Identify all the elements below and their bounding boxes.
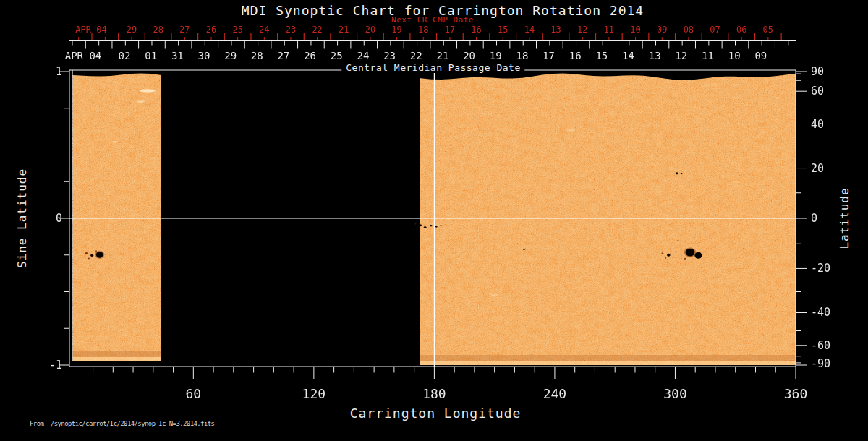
sunspot xyxy=(677,240,678,241)
cmp-tick-label: 15 xyxy=(595,50,608,61)
sunspot xyxy=(418,224,422,226)
sunspot xyxy=(85,252,88,254)
mdi-synoptic-chart: APR 042928272625242322212019181716151413… xyxy=(0,0,868,441)
cmp-tick-label: 30 xyxy=(198,50,210,61)
segment-light-band xyxy=(420,361,796,365)
sunspot xyxy=(435,226,438,227)
sunspot xyxy=(90,254,93,257)
lon-tick-label: 180 xyxy=(422,386,446,401)
lat-tick-label: 20 xyxy=(811,162,824,175)
cmp-tick-label: 10 xyxy=(728,50,741,61)
lat-tick-label: -40 xyxy=(811,306,830,319)
cmp-tick-label: 23 xyxy=(383,50,396,61)
next-cr-tick-label: 15 xyxy=(498,25,508,35)
next-cr-tick-label: 22 xyxy=(312,25,322,35)
lon-tick-label: 120 xyxy=(302,386,326,401)
cmp-tick-label: 12 xyxy=(675,50,687,61)
sunspot xyxy=(430,225,432,226)
lon-tick-label: 240 xyxy=(543,386,567,401)
next-cr-tick-label: 18 xyxy=(418,25,428,35)
cmp-tick-label: 22 xyxy=(410,50,422,61)
sunspot xyxy=(96,252,103,258)
cmp-tick-label: 21 xyxy=(436,50,448,61)
bright-patch xyxy=(112,141,118,143)
lat-tick-label: -90 xyxy=(811,357,830,370)
sine-lat-tick-label: -1 xyxy=(49,359,62,372)
sunspot xyxy=(694,252,702,259)
next-cr-tick-label: 08 xyxy=(684,25,694,35)
cmp-tick-label: 11 xyxy=(702,50,714,61)
next-cr-tick-label: 14 xyxy=(524,25,535,35)
lat-tick-label: 90 xyxy=(811,65,824,78)
cmp-tick-label: 17 xyxy=(542,50,555,61)
next-cr-tick-label: 23 xyxy=(286,25,296,35)
bright-patch xyxy=(137,100,145,103)
cmp-tick-label: 16 xyxy=(569,50,582,61)
bright-patch xyxy=(732,181,739,183)
source-file-note: From /synoptic/carrot/Ic/2014/synop_Ic_N… xyxy=(30,420,214,427)
next-cr-tick-label: 19 xyxy=(391,25,401,35)
lon-tick-label: 300 xyxy=(663,386,687,401)
latitude-axis-title: Latitude xyxy=(838,187,851,249)
sunspot xyxy=(95,250,97,252)
lat-tick-label: 0 xyxy=(811,212,817,225)
segment-dark-band xyxy=(420,355,796,361)
cmp-axis-title: Central Meridian Passage Date xyxy=(341,62,524,73)
next-cr-tick-label: 16 xyxy=(471,25,481,35)
sunspot xyxy=(523,249,524,250)
sunspot xyxy=(88,257,90,259)
cmp-tick-label: 18 xyxy=(516,50,528,61)
sunspot xyxy=(681,173,683,174)
bright-patch xyxy=(566,129,575,132)
sunspot xyxy=(686,249,695,257)
next-cr-tick-label: 29 xyxy=(127,25,137,35)
lon-tick-label: 60 xyxy=(185,386,201,401)
sunspot xyxy=(667,254,671,257)
segment-texture-fine xyxy=(73,70,161,361)
bright-patch xyxy=(491,294,498,296)
lat-tick-label: 60 xyxy=(811,85,824,98)
cmp-tick-label: 26 xyxy=(304,50,316,61)
sunspot xyxy=(665,257,666,259)
segment-texture-fine xyxy=(420,70,796,365)
bright-patch xyxy=(139,89,155,92)
cmp-tick-label: 19 xyxy=(490,50,502,61)
next-cr-tick-label: 07 xyxy=(710,25,720,35)
sine-lat-tick-label: 1 xyxy=(56,65,62,78)
lat-tick-label: 40 xyxy=(811,118,824,131)
next-cr-axis-title: Next CR CMP Date xyxy=(391,15,474,25)
sunspot xyxy=(684,258,686,260)
next-cr-tick-label: 13 xyxy=(550,25,561,35)
next-cr-tick-label: 09 xyxy=(657,25,667,35)
sine-latitude-axis-title: Sine Latitude xyxy=(15,168,29,268)
next-cr-tick-label: 17 xyxy=(445,25,455,35)
cmp-tick-label: 01 xyxy=(145,50,157,61)
lat-tick-label: -60 xyxy=(811,339,830,352)
cmp-tick-label: 25 xyxy=(331,50,343,61)
sunspot xyxy=(424,226,427,228)
sunspot xyxy=(676,172,678,174)
sunspot xyxy=(440,225,441,226)
cmp-tick-label: 28 xyxy=(251,50,263,61)
cmp-tick-label: 02 xyxy=(119,50,131,61)
cmp-tick-label: 24 xyxy=(357,50,370,61)
cmp-tick-label: 27 xyxy=(278,50,290,61)
next-cr-tick-label: 05 xyxy=(763,25,773,35)
longitude-axis-title: Carrington Longitude xyxy=(350,406,522,421)
next-cr-tick-label: 10 xyxy=(630,25,640,35)
segment-light-band xyxy=(73,357,161,361)
next-cr-tick-label: 26 xyxy=(206,25,216,35)
next-cr-tick-label: 25 xyxy=(232,25,242,35)
next-cr-tick-label: 28 xyxy=(153,25,163,35)
next-cr-tick-label: 11 xyxy=(604,25,614,35)
lat-tick-label: -20 xyxy=(811,262,830,275)
segment-dark-band xyxy=(73,351,161,357)
cmp-tick-label: 20 xyxy=(463,50,475,61)
next-cr-tick-label: 27 xyxy=(179,25,190,35)
next-cr-tick-label: 21 xyxy=(339,25,349,35)
next-cr-month-label: APR 04 xyxy=(75,25,106,35)
sunspot xyxy=(415,223,417,225)
lon-tick-label: 360 xyxy=(784,386,808,401)
cmp-tick-label: 13 xyxy=(649,50,661,61)
next-cr-tick-label: 06 xyxy=(736,25,746,35)
